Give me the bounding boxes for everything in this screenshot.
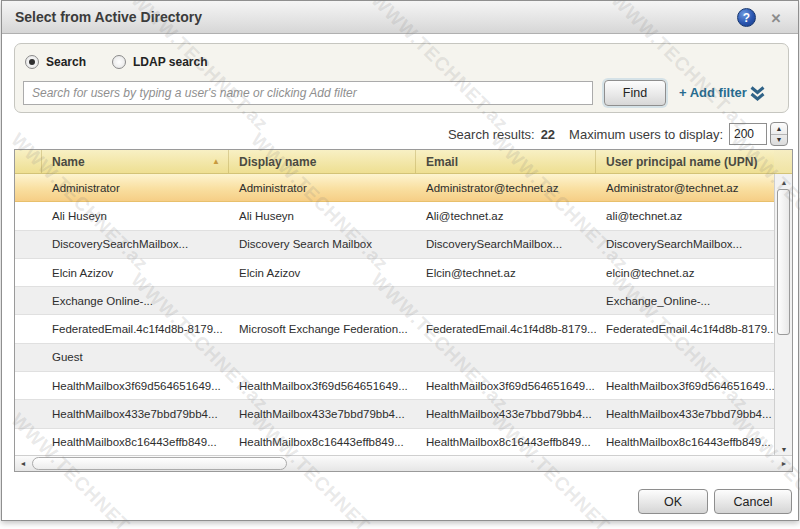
row-cell: ali@technet.az: [596, 210, 774, 222]
column-header-name-label: Name: [52, 155, 85, 169]
select-from-active-directory-dialog: Select from Active Directory ? ✕ Search …: [1, 0, 799, 521]
row-cell: Exchange_Online-...: [596, 295, 774, 307]
column-header-email-label: Email: [426, 155, 458, 169]
column-header-display-name-label: Display name: [239, 155, 316, 169]
results-table: Name ▲ Display name Email User principal…: [14, 149, 793, 472]
table-row[interactable]: AdministratorAdministratorAdministrator@…: [15, 174, 774, 202]
max-users-spinner: ▲▼: [729, 122, 788, 146]
row-cell: DiscoverySearchMailbox...: [596, 238, 774, 250]
row-cell: DiscoverySearchMailbox...: [42, 238, 229, 250]
row-cell: HealthMailbox433e7bbd79bb4...: [416, 408, 596, 420]
row-cell: Elcin Azizov: [229, 267, 416, 279]
table-row[interactable]: Ali HuseynAli HuseynAli@technet.azali@te…: [15, 202, 774, 230]
search-results-label: Search results:: [448, 127, 535, 142]
row-cell: HealthMailbox433e7bbd79bb4...: [42, 408, 229, 420]
row-cell: Exchange Online-...: [42, 295, 229, 307]
row-cell: HealthMailbox3f69d564651649...: [416, 380, 596, 392]
vertical-scrollbar[interactable]: ▲ ▼: [774, 174, 792, 457]
radio-ldap-label: LDAP search: [133, 55, 207, 69]
row-cell: Ali@technet.az: [416, 210, 596, 222]
max-users-input[interactable]: [729, 123, 767, 145]
row-cell: HealthMailbox3f69d564651649...: [42, 380, 229, 392]
table-row[interactable]: FederatedEmail.4c1f4d8b-8179...Microsoft…: [15, 315, 774, 343]
row-cell: HealthMailbox3f69d564651649...: [596, 380, 774, 392]
scroll-left-icon[interactable]: ◄: [15, 456, 31, 471]
search-input[interactable]: [23, 81, 593, 105]
chevron-double-down-icon[interactable]: [749, 86, 766, 106]
row-cell: Ali Huseyn: [42, 210, 229, 222]
horizontal-scrollbar[interactable]: ◄ ►: [15, 455, 792, 471]
table-row[interactable]: HealthMailbox3f69d564651649...HealthMail…: [15, 372, 774, 400]
radio-search-label: Search: [46, 55, 86, 69]
table-header: Name ▲ Display name Email User principal…: [15, 150, 792, 174]
table-row[interactable]: DiscoverySearchMailbox...Discovery Searc…: [15, 231, 774, 259]
sort-ascending-icon: ▲: [212, 157, 220, 166]
row-cell: Administrator: [229, 182, 416, 194]
ok-button[interactable]: OK: [638, 489, 708, 514]
row-cell: HealthMailbox8c16443effb849...: [229, 436, 416, 448]
row-cell: HealthMailbox8c16443effb849...: [416, 436, 596, 448]
column-header-name[interactable]: Name ▲: [42, 150, 229, 173]
table-row[interactable]: HealthMailbox8c16443effb849...HealthMail…: [15, 429, 774, 457]
row-cell: HealthMailbox8c16443effb849...: [596, 436, 774, 448]
search-results-count: 22: [541, 127, 555, 142]
table-row[interactable]: Guest: [15, 344, 774, 372]
scroll-up-icon[interactable]: ▲: [775, 174, 793, 190]
close-icon[interactable]: ✕: [768, 10, 784, 26]
header-scrollbar-spacer: [774, 150, 792, 173]
row-cell: FederatedEmail.4c1f4d8b-8179...: [596, 323, 774, 335]
row-cell: Microsoft Exchange Federation...: [229, 323, 416, 335]
titlebar: Select from Active Directory ? ✕: [2, 1, 798, 34]
column-header-display-name[interactable]: Display name: [229, 150, 416, 173]
row-cell: Administrator: [42, 182, 229, 194]
table-row[interactable]: Elcin AzizovElcin AzizovElcin@technet.az…: [15, 259, 774, 287]
row-cell: HealthMailbox433e7bbd79bb4...: [229, 408, 416, 420]
results-bar: Search results: 22 Maximum users to disp…: [448, 121, 788, 147]
table-row[interactable]: HealthMailbox433e7bbd79bb4...HealthMailb…: [15, 400, 774, 428]
find-button[interactable]: Find: [604, 80, 666, 106]
row-cell: HealthMailbox433e7bbd79bb4...: [596, 408, 774, 420]
radio-selected-icon[interactable]: [25, 55, 39, 69]
radio-ldap-search[interactable]: LDAP search: [112, 55, 207, 69]
horizontal-scroll-thumb[interactable]: [32, 457, 287, 470]
row-cell: Elcin Azizov: [42, 267, 229, 279]
row-cell: Discovery Search Mailbox: [229, 238, 416, 250]
table-row[interactable]: Exchange Online-...Exchange_Online-...: [15, 287, 774, 315]
spinner-down-icon[interactable]: ▼: [771, 135, 787, 146]
spinner-up-icon[interactable]: ▲: [771, 123, 787, 135]
row-cell: DiscoverySearchMailbox...: [416, 238, 596, 250]
add-filter-link[interactable]: + Add filter: [679, 85, 747, 100]
spinner-buttons: ▲▼: [770, 122, 788, 146]
row-cell: Ali Huseyn: [229, 210, 416, 222]
row-cell: Guest: [42, 351, 229, 363]
row-cell: FederatedEmail.4c1f4d8b-8179...: [416, 323, 596, 335]
dialog-title: Select from Active Directory: [2, 9, 202, 25]
column-header-email[interactable]: Email: [416, 150, 596, 173]
table-body: AdministratorAdministratorAdministrator@…: [15, 174, 792, 457]
search-mode-radios: Search LDAP search: [25, 55, 208, 69]
row-cell: Elcin@technet.az: [416, 267, 596, 279]
row-cell: Administrator@technet.az: [596, 182, 774, 194]
row-cell: HealthMailbox8c16443effb849...: [42, 436, 229, 448]
column-header-upn-label: User principal name (UPN): [606, 155, 757, 169]
radio-unselected-icon[interactable]: [112, 55, 126, 69]
row-cell: HealthMailbox3f69d564651649...: [229, 380, 416, 392]
row-cell: elcin@technet.az: [596, 267, 774, 279]
column-header-upn[interactable]: User principal name (UPN): [596, 150, 774, 173]
cancel-button[interactable]: Cancel: [714, 489, 792, 514]
max-users-label: Maximum users to display:: [569, 127, 723, 142]
vertical-scroll-thumb[interactable]: [777, 189, 790, 335]
help-icon[interactable]: ?: [737, 8, 756, 27]
search-panel: Search LDAP search Find + Add filter: [14, 43, 789, 113]
radio-search[interactable]: Search: [25, 55, 86, 69]
row-cell: Administrator@technet.az: [416, 182, 596, 194]
header-gutter-cell: [15, 150, 42, 173]
row-cell: FederatedEmail.4c1f4d8b-8179...: [42, 323, 229, 335]
scroll-right-icon[interactable]: ►: [776, 456, 792, 471]
